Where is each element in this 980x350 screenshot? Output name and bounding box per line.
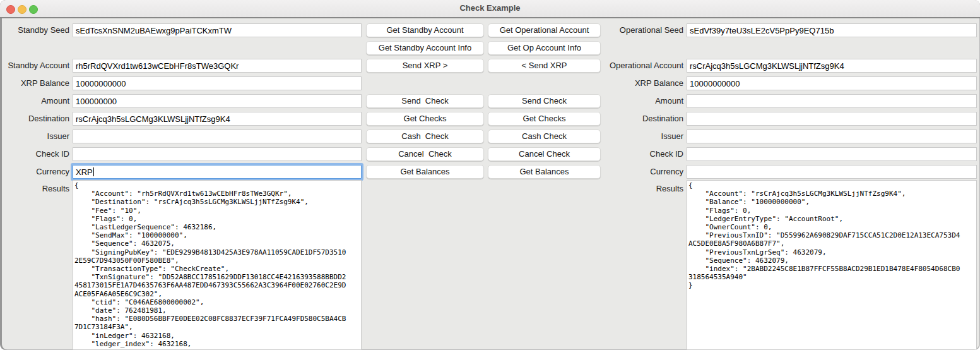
get-standby-account-info-button[interactable]: Get Standby Account Info [366,41,484,55]
operational-account-input[interactable] [687,59,977,73]
operational-check-id-label: Check ID [598,149,683,159]
send-check-operational-button[interactable]: Send Check [488,94,601,108]
standby-results-label: Results [0,184,69,194]
standby-amount-input[interactable] [73,94,362,108]
standby-amount-label: Amount [0,96,69,106]
standby-seed-label: Standby Seed [0,25,69,35]
title-bar[interactable]: Check Example [0,0,980,18]
operational-destination-label: Destination [598,114,683,124]
operational-balance-label: XRP Balance [598,78,683,88]
operational-currency-label: Currency [598,167,683,177]
send-check-standby-button[interactable]: Send Check [366,94,484,108]
standby-destination-input[interactable] [73,112,362,126]
standby-destination-label: Destination [0,114,69,124]
standby-currency-text: XRP [76,167,93,177]
operational-seed-label: Operational Seed [598,25,683,35]
standby-account-label: Standby Account [0,61,69,71]
operational-currency-input[interactable] [687,165,977,179]
operational-amount-input[interactable] [687,94,977,108]
operational-issuer-input[interactable] [687,130,977,143]
get-checks-standby-button[interactable]: Get Checks [366,112,484,126]
send-xrp-left-button[interactable]: < Send XRP [488,59,601,73]
window-title: Check Example [0,3,980,13]
operational-amount-label: Amount [598,96,683,106]
get-op-account-info-button[interactable]: Get Op Account Info [488,41,601,55]
cash-check-standby-button[interactable]: Cash Check [366,130,484,143]
standby-balance-label: XRP Balance [0,78,69,88]
get-operational-account-button[interactable]: Get Operational Account [488,23,601,37]
standby-check-id-label: Check ID [0,149,69,159]
cancel-check-standby-button[interactable]: Cancel Check [366,147,484,161]
operational-seed-input[interactable] [687,23,977,37]
operational-results-label: Results [598,184,683,194]
cancel-check-operational-button[interactable]: Cancel Check [488,147,601,161]
standby-seed-input[interactable] [73,23,362,37]
standby-balance-input[interactable] [73,76,362,90]
standby-issuer-label: Issuer [0,131,69,142]
text-caret [93,167,94,176]
standby-results-area[interactable]: { "Account": "rh5rRdQVXrd1tw613wCEbHFr8s… [73,180,362,350]
standby-account-input[interactable] [73,59,362,73]
get-balances-standby-button[interactable]: Get Balances [366,165,484,179]
cash-check-operational-button[interactable]: Cash Check [488,130,601,143]
get-checks-operational-button[interactable]: Get Checks [488,112,601,126]
standby-check-id-input[interactable] [73,147,362,161]
standby-currency-label: Currency [0,167,69,177]
standby-issuer-input[interactable] [73,130,362,143]
send-xrp-right-button[interactable]: Send XRP > [366,59,484,73]
operational-results-area[interactable]: { "Account": "rsCrAjcq3h5sLGCMg3KLWSLjjN… [687,180,977,350]
standby-currency-input[interactable]: XRP [73,165,362,179]
get-standby-account-button[interactable]: Get Standby Account [366,23,484,37]
get-balances-operational-button[interactable]: Get Balances [488,165,601,179]
operational-check-id-input[interactable] [687,147,977,161]
operational-destination-input[interactable] [687,112,977,126]
operational-balance-input[interactable] [687,76,977,90]
operational-issuer-label: Issuer [598,131,683,142]
operational-account-label: Operational Account [598,61,683,71]
app-window: Check Example Standby Seed Standby Accou… [0,0,980,350]
